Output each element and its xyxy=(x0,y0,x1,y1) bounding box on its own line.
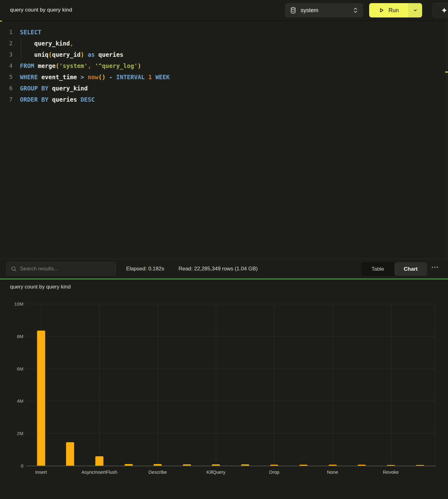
chart-panel: query count by query kind 10M8M6M4M2M0In… xyxy=(0,279,448,499)
bar-unlabeled xyxy=(358,465,366,466)
y-tick-label: 4M xyxy=(5,398,23,404)
bar-unlabeled xyxy=(299,465,307,466)
sparkle-icon xyxy=(441,7,447,13)
code-line[interactable]: 5WHERE event_time > now() - INTERVAL 1 W… xyxy=(0,71,448,83)
code-line[interactable]: 6GROUP BY query_kind xyxy=(0,83,448,94)
code-text: FROM merge('system', '^query_log') xyxy=(20,62,141,69)
sql-console: { "header": { "title": "query count by q… xyxy=(0,0,448,499)
line-number: 1 xyxy=(0,29,12,35)
bar-AsyncInsertFlush xyxy=(95,456,103,466)
line-number: 5 xyxy=(0,74,12,80)
run-options-button[interactable] xyxy=(408,3,422,17)
line-number: 2 xyxy=(0,40,12,46)
database-selector[interactable]: system xyxy=(285,3,363,17)
bar-Insert xyxy=(37,331,45,466)
line-number: 7 xyxy=(0,96,12,103)
line-number: 4 xyxy=(0,63,12,69)
gridline xyxy=(274,304,274,466)
bar-unlabeled xyxy=(416,465,424,466)
code-text: uniq(query_id) as queries xyxy=(20,51,123,58)
x-tick-label: Drop xyxy=(269,469,279,475)
bar-Describe xyxy=(154,464,162,466)
code-line[interactable]: 3 uniq(query_id) as queries xyxy=(0,49,448,60)
x-tick-label: Describe xyxy=(148,469,167,475)
code-line[interactable]: 1SELECT xyxy=(0,27,448,38)
bar-unlabeled xyxy=(241,464,249,466)
editor-lines: 1SELECT2 query_kind,3 uniq(query_id) as … xyxy=(0,27,448,105)
line-number: 6 xyxy=(0,85,12,91)
code-text: ORDER BY queries DESC xyxy=(20,96,95,103)
y-tick-label: 6M xyxy=(5,366,23,371)
code-line[interactable]: 4FROM merge('system', '^query_log') xyxy=(0,60,448,71)
gridline xyxy=(26,433,435,434)
gridline xyxy=(26,336,435,337)
run-split-button: Run xyxy=(369,3,422,17)
code-line[interactable]: 2 query_kind, xyxy=(0,38,448,49)
code-line[interactable]: 7ORDER BY queries DESC xyxy=(0,94,448,105)
bar-Drop xyxy=(270,465,278,466)
y-tick-label: 8M xyxy=(5,333,23,339)
gridline xyxy=(158,304,158,466)
tab-table[interactable]: Table xyxy=(361,262,394,276)
x-axis-line xyxy=(26,466,436,466)
y-tick-label: 2M xyxy=(5,431,23,436)
database-selector-value: system xyxy=(301,7,353,14)
read-stat: Read: 22,285,349 rows (1.04 GB) xyxy=(179,266,258,272)
code-text: SELECT xyxy=(20,29,41,36)
y-tick-label: 0 xyxy=(5,463,23,468)
x-tick-label: Insert xyxy=(35,469,47,475)
gridline xyxy=(26,401,435,401)
code-text: GROUP BY query_kind xyxy=(20,85,88,92)
query-title: query count by query kind xyxy=(10,7,72,13)
line-number: 3 xyxy=(0,51,12,58)
gridline xyxy=(333,304,333,466)
x-tick-label: None xyxy=(327,469,338,475)
sparkle-button[interactable] xyxy=(433,3,448,17)
search-results-box xyxy=(6,262,116,276)
top-bar: query count by query kind system Run xyxy=(0,0,448,21)
play-icon xyxy=(379,7,385,13)
x-tick-label: KillQuery xyxy=(207,469,226,475)
gridline xyxy=(391,304,391,466)
editor-scrollbar-track[interactable] xyxy=(446,21,447,259)
unfold-icon xyxy=(353,7,358,14)
bar-unlabeled xyxy=(66,442,74,466)
search-results-input[interactable] xyxy=(20,266,111,272)
gridline xyxy=(435,304,435,466)
indent-guide xyxy=(21,39,21,59)
chart-title: query count by query kind xyxy=(10,284,71,290)
bar-unlabeled xyxy=(125,464,133,466)
gridline xyxy=(216,304,216,466)
view-toggle: Table Chart xyxy=(361,262,427,276)
bar-unlabeled xyxy=(183,464,191,466)
results-toolbar: Elapsed: 0.182s Read: 22,285,349 rows (1… xyxy=(0,259,448,279)
bar-chart: 10M8M6M4M2M0InsertAsyncInsertFlushDescri… xyxy=(26,304,435,466)
gridline xyxy=(26,369,435,369)
sql-editor[interactable]: 1SELECT2 query_kind,3 uniq(query_id) as … xyxy=(0,21,448,259)
scrollbar-annotation-marker xyxy=(445,71,448,73)
database-icon xyxy=(290,7,296,14)
x-tick-label: Revoke xyxy=(383,469,399,475)
search-icon xyxy=(11,266,17,272)
gridline xyxy=(26,304,435,304)
x-tick-label: AsyncInsertFlush xyxy=(81,469,117,475)
code-text: WHERE event_time > now() - INTERVAL 1 WE… xyxy=(20,74,170,80)
y-tick-label: 10M xyxy=(5,301,23,307)
run-button[interactable]: Run xyxy=(369,3,408,17)
bar-KillQuery xyxy=(212,464,220,466)
elapsed-stat: Elapsed: 0.182s xyxy=(126,266,164,272)
more-options-button[interactable] xyxy=(432,267,438,268)
bar-Revoke xyxy=(387,465,395,466)
code-text: query_kind, xyxy=(20,40,74,47)
gridline xyxy=(99,304,100,466)
tab-chart[interactable]: Chart xyxy=(394,262,427,276)
run-button-label: Run xyxy=(388,7,399,14)
chevron-down-icon xyxy=(413,8,417,12)
bar-None xyxy=(329,465,337,466)
editor-left-marker xyxy=(0,21,2,22)
